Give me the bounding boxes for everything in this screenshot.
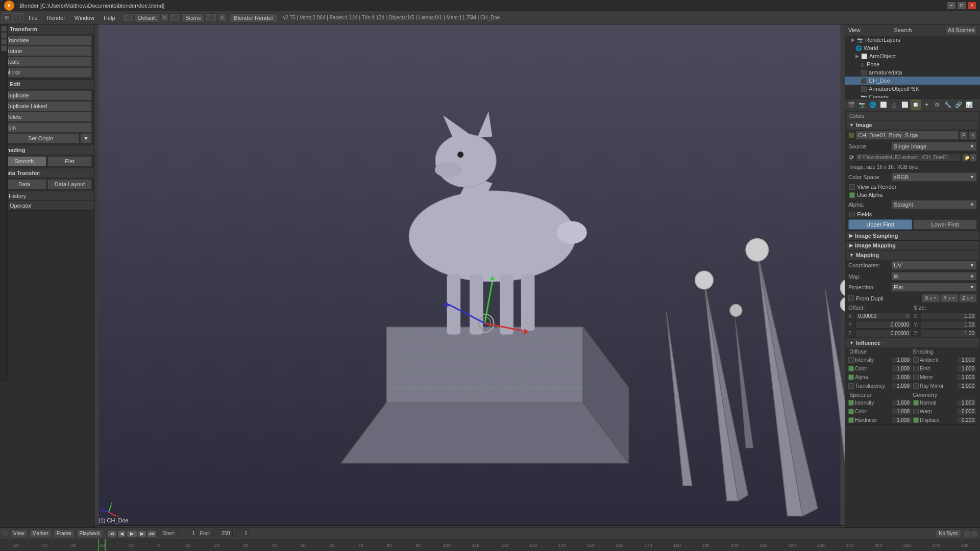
outliner-search[interactable]: Search [894,27,912,33]
props-render-icon[interactable]: 📷 [857,99,867,110]
image-x-btn[interactable]: × [969,131,977,140]
lower-first-button[interactable]: Lower First [913,219,977,230]
image-name-field[interactable]: CH_Doe01_Body_S.tga [855,131,959,140]
use-alpha-checkbox[interactable] [849,192,855,198]
tl-playback-btn[interactable]: Playback [77,530,104,537]
upper-first-button[interactable]: Upper First [848,219,912,230]
tl-icon-1[interactable] [963,530,970,537]
tl-next-btn[interactable]: ▶ [138,530,146,537]
props-scene-icon[interactable]: 🎬 [846,99,856,110]
props-modifier-icon[interactable]: 🔧 [943,99,953,110]
image-mapping-header[interactable]: ▶ Image Mapping [846,241,979,250]
translucency-val[interactable]: 1.000 [892,382,912,390]
help-menu[interactable]: Help [100,14,119,22]
history-header[interactable]: ▶ History [0,191,94,201]
props-object-icon[interactable]: ⬜ [878,99,889,110]
image-path[interactable]: E:\Downloads\UE3 extract...\CH_Doe01_Bod… [855,153,961,162]
ambient-checkbox[interactable] [913,357,919,363]
rotate-button[interactable]: Rotate [2,46,92,56]
tl-view-btn[interactable]: View [10,530,28,537]
outliner-view[interactable]: View [848,27,861,33]
alpha-inf-val[interactable]: 1.000 [892,373,912,381]
maximize-button[interactable]: □ [958,2,966,9]
outliner-item-camera[interactable]: 📷 Camera [845,93,980,98]
window-menu[interactable]: Window [70,14,99,22]
transform-header[interactable]: ▼ Transform [0,24,94,34]
scene-selector[interactable]: Scene [182,13,205,22]
normal-checkbox[interactable] [913,400,919,406]
render-menu[interactable]: Render [43,14,69,22]
warp-checkbox[interactable] [913,409,919,414]
strip-btn-3[interactable] [1,39,7,45]
image-section-header[interactable]: ▼ Image [846,120,979,130]
from-dupli-x-btn[interactable]: X ▲▼ [922,294,940,303]
close-button[interactable]: × [968,2,976,9]
influence-header[interactable]: ▼ Influence [846,338,979,347]
size-y-field[interactable]: 1.00 [921,321,977,329]
outliner-item-pose[interactable]: ◇ Pose [845,60,980,68]
ray-mirror-checkbox[interactable] [913,383,919,389]
spec-intensity-checkbox[interactable] [848,400,854,406]
spec-intensity-val[interactable]: 1.000 [892,399,912,407]
duplicate-linked-button[interactable]: Duplicate Linked [2,101,92,111]
tl-start-btn[interactable]: ⏮ [107,530,117,537]
duplicate-button[interactable]: Duplicate [2,90,92,101]
tl-icon-2[interactable] [971,530,978,537]
layout-selector[interactable]: Default [135,13,160,22]
path-folder-icon[interactable]: 📁 [962,154,968,162]
strip-btn-4[interactable] [1,45,7,52]
outliner-item-armatureobjectpsk[interactable]: ⬛ ArmatureObjectPSK [845,85,980,93]
from-dupli-z-btn[interactable]: Z ▲▼ [959,294,977,303]
path-x-btn[interactable]: × [969,154,977,162]
spec-color-val[interactable]: 1.000 [892,408,912,415]
emit-checkbox[interactable] [913,366,919,371]
tl-start-val[interactable]: 1 [177,530,198,537]
props-world-icon[interactable]: 🌐 [868,99,878,110]
offset-z-field[interactable]: 0.00000 [855,330,912,337]
join-button[interactable]: Join [2,122,92,133]
strip-btn-1[interactable] [1,26,7,32]
intensity-val[interactable]: 1.000 [892,356,912,364]
size-z-field[interactable]: 1.00 [921,330,977,337]
strip-btn-2[interactable] [1,32,7,38]
tl-nosync-btn[interactable]: No Sync [936,530,961,537]
operator-header[interactable]: ▼ Operator [0,201,94,210]
image-f-btn[interactable]: F [960,131,968,140]
viewport[interactable]: User Persp [94,24,845,539]
outliner-item-world[interactable]: 🌐 World [845,44,980,52]
props-constraint-icon[interactable]: 🔗 [953,99,964,110]
fields-checkbox[interactable] [849,212,855,217]
spec-color-checkbox[interactable] [848,409,854,414]
color-space-select[interactable]: sRGB ▼ [891,172,977,182]
tl-marker-btn[interactable]: Marker [30,530,52,537]
offset-x-field[interactable]: 0.00000 ⊞ [855,312,912,320]
hardness-checkbox[interactable] [848,417,854,423]
delete-button[interactable]: Delete [2,112,92,122]
alpha-inf-checkbox[interactable] [848,374,854,380]
set-origin-button[interactable]: Set Origin [2,133,79,143]
path-refresh-icon[interactable]: ⟳ [848,155,854,161]
props-physics-icon[interactable]: ⚙ [932,99,942,110]
projection-select[interactable]: Flat ▼ [891,283,977,292]
tl-prev-btn[interactable]: ◀ [117,530,126,537]
outliner-scope[interactable]: All Scenes [945,26,977,34]
tl-frame-btn[interactable]: Frame [54,530,75,537]
translucency-checkbox[interactable] [848,383,854,389]
tl-end-btn[interactable]: ⏭ [147,530,157,537]
edit-header[interactable]: ▼ Edit [0,80,94,89]
file-menu[interactable]: File [24,14,42,22]
tl-play-btn[interactable]: ▶ [127,530,137,537]
props-texture-icon[interactable]: 🔲 [911,99,921,110]
warp-val[interactable]: 0.000 [957,408,977,415]
color-diff-checkbox[interactable] [848,366,854,371]
offset-y-field[interactable]: 0.00000 [855,321,912,329]
size-x-field[interactable]: 1.00 [921,312,977,320]
color-diff-val[interactable]: 1.000 [892,365,912,372]
mirror-button[interactable]: Mirror [2,67,92,78]
mirror-val[interactable]: 1.000 [957,373,977,381]
coordinates-select[interactable]: UV ▼ [891,261,977,270]
props-particle-icon[interactable]: ✦ [921,99,932,110]
displace-checkbox[interactable] [913,417,919,423]
outliner-item-armobject[interactable]: ▶ ⬜ ArmObject [845,52,980,60]
tl-end-val[interactable]: 250 [212,530,233,537]
